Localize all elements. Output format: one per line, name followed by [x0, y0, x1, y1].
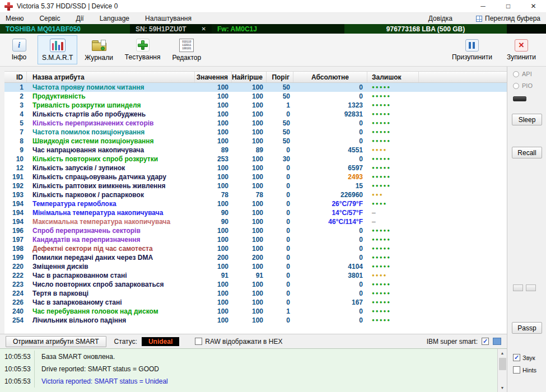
menu-item-language[interactable]: Language	[92, 15, 137, 22]
log-message: Drive reported: SMART status = GOOD	[41, 365, 159, 373]
mini-button-left[interactable]	[513, 284, 523, 291]
table-row[interactable]: 199Помилки передачі даних через DMA20020…	[4, 253, 507, 262]
header-name[interactable]: Назва атрибута	[27, 72, 195, 82]
sleep-button[interactable]: Sleep	[512, 114, 542, 125]
editor-button[interactable]: 010110110011100101 Редактор	[167, 35, 206, 64]
table-row[interactable]: 223Число повторних спроб запарковаться10…	[4, 280, 507, 289]
table-row[interactable]: 254Лічильник вільного падіння10010000●●●…	[4, 316, 507, 325]
close-icon[interactable]: ✕	[521, 0, 546, 12]
ibm-indicator-button[interactable]	[493, 338, 501, 345]
passp-button[interactable]: Passp	[512, 322, 542, 334]
serial-close-icon[interactable]: ✕	[202, 26, 206, 32]
titlebar: Victoria 5.37 HDD/SSD | Device 0 ─ □ ✕	[0, 0, 546, 13]
main-area: ID Назва атрибута Значення Найгірше Порі…	[0, 67, 546, 392]
attr-name: Температура гермоблока	[27, 200, 195, 208]
menu-item-service[interactable]: Сервіс	[31, 15, 68, 22]
menu-item-menu[interactable]: Меню	[0, 15, 31, 22]
stop-button[interactable]: ✕ Зупинити	[502, 35, 540, 64]
table-row[interactable]: 2Продуктивність100100500●●●●●	[4, 92, 507, 101]
buffer-view-button[interactable]: Перегляд буфера	[476, 15, 540, 22]
header-id[interactable]: ID	[4, 72, 27, 82]
table-row[interactable]: 194Мінімальна температура накопичувача90…	[4, 208, 507, 217]
pause-button[interactable]: Призупинити	[447, 35, 497, 64]
menu-item-help[interactable]: Довідка	[423, 15, 460, 22]
attr-worst: 100	[232, 236, 267, 244]
header-value[interactable]: Значення	[195, 72, 232, 82]
device-model[interactable]: TOSHIBA MQ01ABF050	[0, 24, 130, 34]
header-remain[interactable]: Залишок	[367, 72, 419, 82]
scroll-up-icon[interactable]: ▲	[498, 349, 507, 357]
api-radio[interactable]: API	[513, 71, 532, 77]
raw-hex-checkbox[interactable]: RAW відображати в HEX	[195, 338, 282, 346]
table-row[interactable]: 9Час напрацювання накопичувача898904551●…	[4, 146, 507, 155]
table-row[interactable]: 191Кількість спрацьовувань датчика удару…	[4, 172, 507, 181]
table-row[interactable]: 4Кількість стартів або пробуджень1001000…	[4, 110, 507, 119]
table-row[interactable]: 194Температура гермоблока100100026°C/79°…	[4, 199, 507, 208]
attr-value: 100	[195, 316, 232, 324]
menu-item-settings[interactable]: Налаштування	[137, 15, 199, 22]
smart-table-body: 1Частота прояву помилок читання100100500…	[4, 83, 507, 334]
table-row[interactable]: 198Дефектні сектори під час самотеста100…	[4, 244, 507, 253]
ibm-smart-checkbox[interactable]: ✓	[482, 338, 489, 345]
device-serial: SN: 59H1PZU0T ✕	[130, 24, 212, 34]
table-row[interactable]: 7Частота помилок позиціонування100100500…	[4, 128, 507, 137]
attr-raw: 0	[293, 245, 367, 253]
table-row[interactable]: 240Час перебування головок над диском100…	[4, 307, 507, 316]
table-row[interactable]: 220Зміщення дисків10010004104●●●●●	[4, 262, 507, 271]
scrollbar-thumb[interactable]	[499, 358, 506, 370]
get-smart-button[interactable]: Отримати атрибути SMART	[6, 336, 106, 347]
buffer-grid-icon	[476, 16, 482, 22]
attr-id: 194	[4, 200, 27, 208]
attr-value: 100	[195, 128, 232, 136]
attr-threshold: 0	[267, 236, 293, 244]
header-worst[interactable]: Найгірше	[232, 72, 267, 82]
smart-button[interactable]: S.M.A.R.T	[38, 35, 77, 64]
attr-worst: 100	[232, 101, 267, 109]
sound-checkbox[interactable]: ✓ Звук	[513, 354, 535, 361]
maximize-icon[interactable]: □	[496, 0, 521, 12]
table-row[interactable]: 3Тривалість розкрутки шпинделя1001001132…	[4, 101, 507, 110]
info-button[interactable]: i Інфо	[3, 35, 35, 64]
table-row[interactable]: 12Кількість запусків / зупинок1001000659…	[4, 164, 507, 172]
editor-button-label: Редактор	[172, 54, 201, 62]
attr-value: 200	[195, 254, 232, 262]
attr-threshold: 30	[267, 155, 293, 163]
table-row[interactable]: 8Швидкодія системи позиціонування1001005…	[4, 137, 507, 146]
attr-raw: 92831	[293, 110, 367, 118]
attr-name: Спроб перепризначень секторів	[27, 227, 195, 235]
minimize-icon[interactable]: ─	[470, 0, 496, 12]
table-row[interactable]: 193Кількість парковок / распарковок78780…	[4, 190, 507, 199]
table-row[interactable]: 196Спроб перепризначень секторів10010000…	[4, 226, 507, 235]
table-row[interactable]: 226Час в запаркованому стані1001000167●●…	[4, 298, 507, 307]
table-row[interactable]: 222Час в распаркованном стані919103801●●…	[4, 271, 507, 280]
table-row[interactable]: 194Максимальна температура накопичувача9…	[4, 217, 507, 226]
log-line: 10:05:53 Victoria reported: SMART status…	[0, 375, 497, 388]
attr-threshold: 1	[267, 307, 293, 315]
scrollbar-track[interactable]	[499, 357, 506, 384]
hints-checkbox-icon	[513, 366, 520, 374]
header-threshold[interactable]: Поріг	[267, 72, 293, 82]
table-row[interactable]: 5Кількість перепризначених секторів10010…	[4, 119, 507, 128]
mini-button-right[interactable]	[526, 284, 536, 291]
testing-button[interactable]: Тестування	[120, 35, 165, 64]
attr-raw: 15	[293, 182, 367, 190]
menu-item-actions[interactable]: Дії	[68, 15, 92, 22]
header-raw[interactable]: Абсолютне	[293, 72, 367, 82]
table-row[interactable]: 10Кількість повторних спроб розкрутки253…	[4, 155, 507, 164]
hints-checkbox[interactable]: Hints	[513, 366, 536, 374]
scroll-down-icon[interactable]: ▼	[498, 384, 507, 392]
table-row[interactable]: 192Кількість раптових вимкнень живлення1…	[4, 181, 507, 190]
attr-name: Мінімальна температура накопичувача	[27, 209, 195, 217]
table-row[interactable]: 224Тертя в парковці10010000●●●●●	[4, 289, 507, 298]
table-row[interactable]: 197Кандидатів на перепризначення10010000…	[4, 235, 507, 244]
health-dots: ●●●●●	[367, 155, 419, 164]
pio-radio[interactable]: PIO	[513, 82, 533, 89]
attr-raw: 0	[293, 83, 367, 91]
attr-worst: 100	[232, 173, 267, 181]
attr-raw: 0	[293, 119, 367, 127]
attr-raw: 2493	[293, 173, 367, 181]
table-row[interactable]: 1Частота прояву помилок читання100100500…	[4, 83, 507, 92]
journals-button[interactable]: Журнали	[80, 35, 118, 64]
log-scrollbar[interactable]: ▲ ▼	[497, 349, 507, 392]
recall-button[interactable]: Recall	[512, 147, 542, 158]
